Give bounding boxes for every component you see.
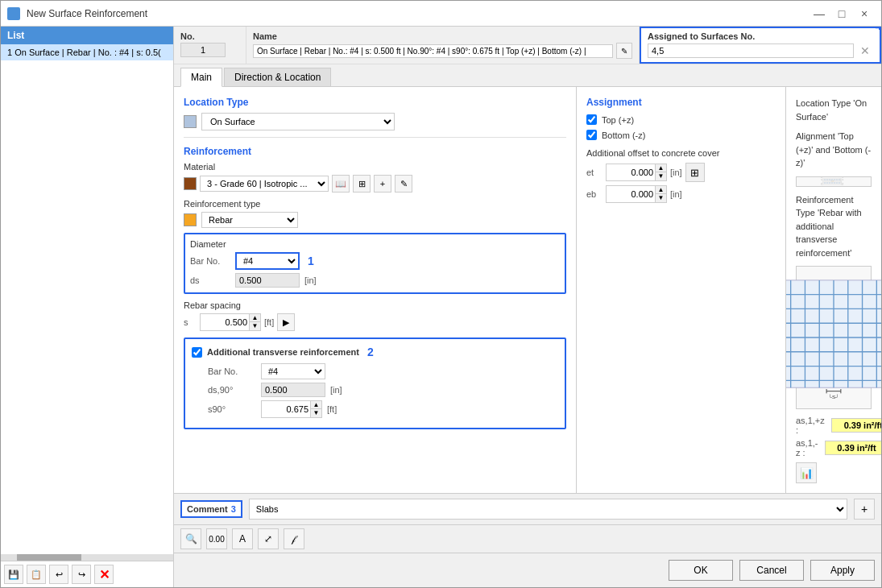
material-book-button[interactable]: 📖	[332, 175, 350, 193]
trans-s90-spinner[interactable]: ▲ ▼	[261, 400, 322, 418]
eb-down-button[interactable]: ▼	[655, 194, 666, 202]
undo-button[interactable]: ↩	[49, 565, 68, 584]
material-label: Material	[184, 162, 566, 172]
tab-direction[interactable]: Direction & Location	[224, 68, 331, 86]
trans-ds-input	[261, 383, 325, 397]
tab-main[interactable]: Main	[180, 68, 222, 87]
window-controls: — □ ×	[809, 3, 875, 24]
script-tool-button[interactable]: 𝒻	[284, 528, 304, 549]
spacing-input[interactable]	[201, 316, 249, 329]
resize-tool-button[interactable]: ⤢	[258, 528, 279, 549]
material-add-button[interactable]: +	[374, 175, 391, 193]
eb-unit: [in]	[670, 189, 682, 199]
results-row-2: as,1,-z : 0.39 in²/ft as,2,-z : 0.29 in²…	[796, 438, 872, 458]
comment-select[interactable]: Slabs	[249, 499, 847, 520]
text-tool-button[interactable]: A	[232, 528, 253, 549]
material-row: 3 - Grade 60 | Isotropic ... 📖 ⊞ + ✎	[184, 175, 566, 193]
minimize-button[interactable]: —	[809, 3, 830, 24]
diagram-bottom: S 90° └S┘	[796, 266, 872, 409]
scroll-thumb	[17, 554, 81, 561]
svg-point-9	[837, 179, 838, 180]
et-input[interactable]	[607, 166, 655, 179]
main-content: List 1 On Surface | Rebar | No. : #4 | s…	[1, 27, 881, 587]
info-panel: Location Type 'On Surface' Alignment 'To…	[786, 87, 881, 493]
apply-button[interactable]: Apply	[810, 560, 875, 581]
svg-text:C,z: C,z	[843, 184, 844, 186]
maximize-button[interactable]: □	[831, 3, 852, 24]
spacing-section: Rebar spacing s ▲ ▼ [f	[184, 300, 566, 331]
assignment-panel: Assignment Top (+z) Bottom (-z) Addition…	[577, 87, 786, 493]
material-table-button[interactable]: ⊞	[353, 175, 371, 193]
trans-barno-label: Bar No.	[208, 366, 256, 376]
number-tool-button[interactable]: 0.00	[206, 528, 227, 549]
trans-barno-row: Bar No. #4	[192, 363, 558, 379]
info-line1: Location Type 'On Surface'	[796, 98, 867, 122]
eb-spinner[interactable]: ▲ ▼	[606, 185, 667, 203]
svg-text:ds: ds	[843, 183, 843, 184]
right-area: No. Name ✎ 4 Assigned to Surfaces No. ✕	[174, 27, 881, 587]
material-select[interactable]: 3 - Grade 60 | Isotropic ...	[200, 176, 329, 192]
redo-button[interactable]: ↪	[72, 565, 91, 584]
close-button[interactable]: ×	[854, 3, 875, 24]
et-down-button[interactable]: ▼	[655, 172, 666, 180]
comment-add-button[interactable]: +	[854, 499, 875, 520]
svg-point-13	[830, 182, 830, 183]
cancel-button[interactable]: Cancel	[739, 560, 804, 581]
material-edit-button[interactable]: ✎	[395, 175, 412, 193]
ok-button[interactable]: OK	[669, 560, 733, 581]
titlebar: New Surface Reinforcement — □ ×	[1, 1, 881, 27]
tab-content: Location Type On Surface Reinforcement M…	[174, 87, 881, 493]
spacing-down-button[interactable]: ▼	[249, 322, 260, 330]
barno-badge: 1	[308, 255, 314, 267]
list-toolbar: 💾 📋 ↩ ↪ ✕	[1, 561, 173, 587]
location-type-select[interactable]: On Surface	[201, 113, 395, 130]
top-checkbox[interactable]	[586, 114, 597, 125]
et-up-button[interactable]: ▲	[655, 164, 666, 172]
app-icon	[7, 7, 20, 20]
spacing-unit: [ft]	[264, 317, 274, 327]
svg-point-4	[825, 179, 826, 180]
et-spinner[interactable]: ▲ ▼	[606, 164, 667, 181]
name-edit-button[interactable]: ✎	[616, 43, 632, 59]
rebar-type-label: Reinforcement type	[184, 199, 566, 209]
barno-select[interactable]: #4	[235, 252, 300, 270]
bottom-checkbox[interactable]	[586, 130, 597, 140]
trans-s90-input[interactable]	[262, 403, 310, 416]
eb-up-button[interactable]: ▲	[655, 186, 666, 194]
assigned-clear-button[interactable]: ✕	[857, 43, 873, 59]
rebar-type-select[interactable]: Rebar	[201, 212, 298, 228]
list-item[interactable]: 1 On Surface | Rebar | No. : #4 | s: 0.5…	[1, 44, 173, 60]
list-scrollbar[interactable]	[1, 554, 173, 561]
et-info-button[interactable]: ⊞	[685, 163, 705, 182]
search-tool-button[interactable]: 🔍	[180, 528, 201, 549]
name-input[interactable]	[253, 44, 613, 58]
trans-barno-select[interactable]: #4	[261, 363, 325, 379]
copy-list-button[interactable]: 📋	[27, 565, 46, 584]
footer: OK Cancel Apply	[174, 553, 881, 587]
eb-input[interactable]	[607, 188, 655, 201]
et-row: et ▲ ▼ [in] ⊞	[586, 163, 776, 182]
rebar-type-line2: additional transverse reinforcement'	[796, 222, 851, 258]
svg-rect-0	[822, 178, 842, 185]
trans-s90-up-button[interactable]: ▲	[310, 401, 321, 409]
cover-section-label: Additional offset to concrete cover	[586, 148, 776, 158]
delete-button[interactable]: ✕	[94, 565, 114, 584]
results-info-button[interactable]: 📊	[796, 462, 817, 483]
transverse-check-row: Additional transverse reinforcement 2	[192, 346, 558, 358]
no-input[interactable]	[180, 43, 226, 57]
svg-point-6	[830, 179, 830, 180]
rebar-type-row: Rebar	[184, 212, 566, 228]
main-window: New Surface Reinforcement — □ × List 1 O…	[0, 0, 882, 588]
save-list-button[interactable]: 💾	[4, 565, 23, 584]
svg-point-5	[827, 179, 828, 180]
spacing-arrow-button[interactable]: ▶	[277, 313, 295, 331]
trans-s90-down-button[interactable]: ▼	[310, 409, 321, 417]
assigned-input[interactable]	[648, 43, 854, 58]
spacing-label: Rebar spacing	[184, 300, 566, 310]
assigned-column: 4 Assigned to Surfaces No. ✕	[640, 27, 881, 64]
transverse-checkbox[interactable]	[192, 347, 202, 358]
spacing-up-button[interactable]: ▲	[249, 314, 260, 322]
material-color-indicator	[184, 177, 197, 190]
spacing-spinner[interactable]: ▲ ▼	[200, 313, 261, 331]
ds-input	[235, 273, 300, 288]
